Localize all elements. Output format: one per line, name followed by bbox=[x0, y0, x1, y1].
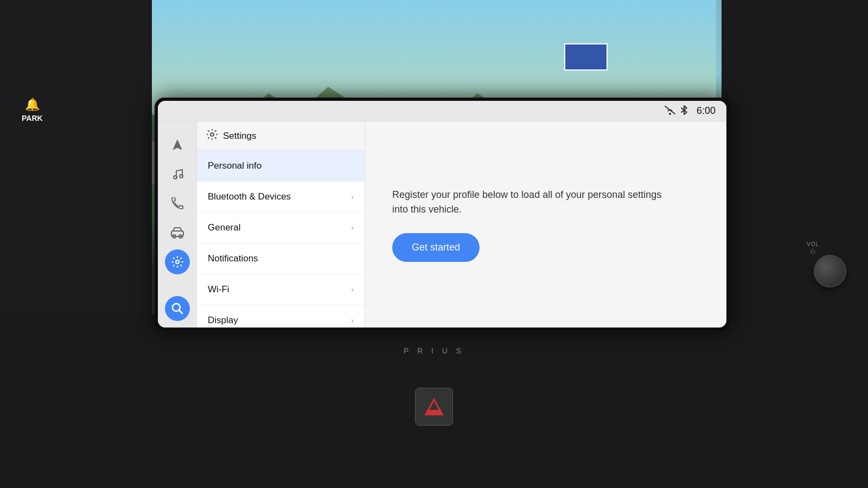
svg-point-2 bbox=[180, 175, 183, 178]
status-time: 6:00 bbox=[697, 105, 716, 117]
menu-item-display[interactable]: Display › bbox=[197, 305, 365, 328]
sidebar-music-icon[interactable] bbox=[165, 162, 190, 187]
car-brand-label: P R I U S bbox=[404, 346, 464, 355]
chevron-right-icon: › bbox=[351, 285, 354, 294]
power-icon: ⏻ bbox=[810, 248, 815, 254]
get-started-button[interactable]: Get started bbox=[392, 233, 480, 262]
menu-item-wifi[interactable]: Wi-Fi › bbox=[197, 274, 365, 305]
no-signal-icon bbox=[664, 105, 676, 117]
screen-bezel: 6:00 bbox=[155, 98, 730, 331]
chevron-right-icon: › bbox=[351, 192, 354, 201]
detail-panel: Register your profile below to load all … bbox=[365, 121, 726, 328]
sidebar-nav-icon[interactable] bbox=[165, 132, 190, 157]
menu-item-label: Notifications bbox=[208, 253, 258, 264]
vol-label: VOL bbox=[807, 241, 819, 247]
menu-item-label: Personal info bbox=[208, 160, 261, 171]
infotainment-screen: 6:00 bbox=[158, 101, 726, 328]
menu-item-bluetooth[interactable]: Bluetooth & Devices › bbox=[197, 182, 365, 213]
search-fab-button[interactable] bbox=[165, 296, 190, 321]
content-area: Settings Personal info Bluetooth & Devic… bbox=[158, 121, 726, 328]
menu-item-label: Display bbox=[208, 315, 238, 326]
menu-item-personal-info[interactable]: Personal info bbox=[197, 151, 365, 182]
detail-description: Register your profile below to load all … bbox=[392, 188, 663, 217]
park-bell-icon: 🔔 bbox=[22, 98, 43, 112]
icon-sidebar-icons bbox=[165, 127, 190, 292]
hazard-button[interactable] bbox=[415, 388, 453, 426]
chevron-right-icon: › bbox=[351, 223, 354, 232]
park-indicator: 🔔 PARK bbox=[22, 98, 43, 123]
menu-item-notifications[interactable]: Notifications bbox=[197, 243, 365, 274]
status-icons: 6:00 bbox=[664, 105, 716, 118]
status-bar: 6:00 bbox=[158, 101, 726, 121]
svg-line-0 bbox=[665, 106, 675, 114]
settings-menu: Settings Personal info Bluetooth & Devic… bbox=[197, 121, 365, 328]
bottom-dashboard bbox=[0, 314, 868, 488]
sidebar-settings-icon[interactable] bbox=[165, 249, 190, 274]
menu-item-label: Wi-Fi bbox=[208, 284, 229, 295]
sidebar-phone-icon[interactable] bbox=[165, 191, 190, 216]
icon-sidebar bbox=[158, 121, 197, 328]
settings-header: Settings bbox=[197, 121, 365, 151]
settings-gear-icon bbox=[207, 129, 218, 143]
settings-title: Settings bbox=[223, 131, 256, 142]
menu-item-label: Bluetooth & Devices bbox=[208, 191, 291, 202]
menu-item-general[interactable]: General › bbox=[197, 213, 365, 243]
chevron-right-icon: › bbox=[351, 316, 354, 325]
bluetooth-icon bbox=[680, 105, 688, 118]
svg-point-8 bbox=[210, 133, 214, 136]
sidebar-car-icon[interactable] bbox=[165, 220, 190, 245]
svg-point-6 bbox=[176, 260, 179, 264]
menu-item-label: General bbox=[208, 222, 240, 233]
svg-point-1 bbox=[174, 176, 177, 179]
volume-knob[interactable] bbox=[814, 255, 846, 287]
